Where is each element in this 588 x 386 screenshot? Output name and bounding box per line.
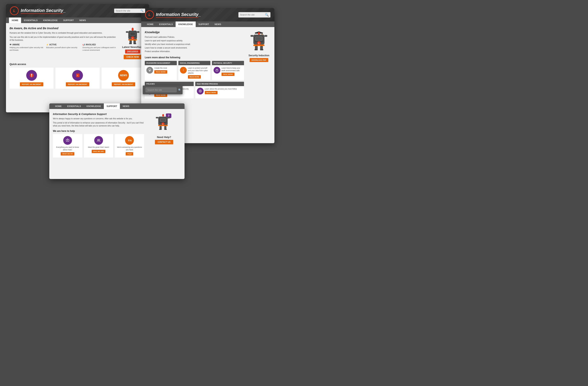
support-main-content: Information Security & Compliance Suppor… (49, 109, 185, 161)
k-card-header-physical: PHYSICAL SECURITY (212, 61, 244, 65)
home-left-content: Be Aware, Be Active and Be Involved Huma… (10, 27, 117, 59)
search-overlay-input[interactable] (146, 87, 177, 92)
quick-access-title: Quick access (10, 63, 146, 66)
knowledge-heading: Knowledge (145, 31, 244, 34)
nav-s-essentials[interactable]: ESSENTIALS (64, 103, 84, 109)
report-incident-btn-2[interactable]: REPORT AN INCIDENT (66, 82, 89, 86)
nav-k-news[interactable]: NEWS (212, 21, 224, 27)
who-we-are-icon (94, 136, 103, 145)
password-read-more-btn[interactable]: READ MORE (154, 70, 167, 74)
search-box-home[interactable]: 🔍 (114, 9, 145, 13)
isc-read-more-btn[interactable]: READ MORE (205, 91, 218, 94)
svg-rect-12 (126, 31, 128, 33)
check-now-button[interactable]: CHECK NOW (124, 55, 142, 59)
pillars-row: 👁 AWARE Helping you understand cyber sec… (10, 43, 117, 51)
support-heading: Information Security & Compliance Suppor… (53, 112, 144, 116)
svg-rect-69 (164, 129, 167, 130)
quick-access-section: Quick access REPORT AN INCIDENT L (6, 60, 149, 91)
header-knowledge: L Information Security_ 🔍 (141, 8, 274, 21)
what-we-do-icon (63, 136, 72, 145)
support-text1: We're always happy to answer any questio… (53, 117, 144, 120)
k-list-item: Protect sensitive information. (145, 50, 244, 53)
k-row-1: PASSWORD MANAGEMENT Create the most RE (145, 61, 244, 80)
logo-icon-k: L (145, 10, 154, 19)
knowledge-subheading: Learn more about the following (145, 56, 244, 59)
physical-read-more-btn[interactable]: READ MORE (222, 73, 234, 76)
svg-rect-43 (253, 44, 264, 46)
need-help-title: Need Help? (157, 136, 171, 139)
pillar-active-text: Education yourself about cyber security (46, 46, 80, 49)
nav-item-essentials[interactable]: ESSENTIALS (21, 18, 40, 23)
k-card-isc: IS&C REVIEW PROCESS (195, 82, 244, 98)
svg-point-51 (67, 140, 68, 141)
report-incident-btn-1[interactable]: REPORT AN INCIDENT (20, 82, 43, 86)
nav-k-knowledge[interactable]: KNOWLEDGE (176, 21, 196, 27)
k-list-item: Identify when you have received a suspic… (145, 43, 244, 46)
security-induction-title: Security Induction (249, 54, 270, 57)
pillar-aware-text: Helping you understand cyber security ri… (10, 46, 44, 51)
robot-illustration-knowledge: L (249, 31, 269, 52)
s-card-text-who: Meet the great IS&C team! (88, 146, 109, 149)
pillar-active-title: ⚡ ACTIVE (46, 43, 80, 46)
knowledge-robot-panel: L Security Induction DOWNLOAD PDF (247, 31, 271, 98)
k-card-text-physical: Learn how to keep your work environment … (222, 67, 242, 72)
faqs-button[interactable]: FAQs (126, 152, 133, 155)
nav-item-knowledge[interactable]: KNOWLEDGE (40, 18, 61, 23)
k-card-body-physical: Learn how to keep your work environment … (212, 65, 244, 78)
s-card-what-we-do: Everything you want to know about IS&C W… (53, 134, 82, 157)
nav-k-essentials[interactable]: ESSENTIALS (156, 21, 176, 27)
k-card-header-password: PASSWORD MANAGEMENT (145, 61, 177, 65)
pillar-involved-title: 📢 INVOLVED (83, 43, 117, 46)
window-home: L Information Security_ 🔍 HOME ESSENTIAL… (6, 4, 149, 112)
k-list-item: Learn how to create a secure work enviro… (145, 46, 244, 50)
pillar-active: ⚡ ACTIVE Education yourself about cyber … (46, 43, 80, 51)
download-pdf-button[interactable]: DOWNLOAD PDF (250, 58, 269, 62)
k-card-body-social: ! Learn to protect yourself and your dat… (178, 65, 210, 80)
nav-s-knowledge[interactable]: KNOWLEDGE (84, 103, 104, 109)
eye-icon: 👁 (10, 43, 12, 46)
nav-item-home[interactable]: HOME (9, 18, 21, 23)
svg-point-27 (200, 91, 201, 91)
nav-s-home[interactable]: HOME (52, 103, 64, 109)
nav-k-home[interactable]: HOME (144, 21, 156, 27)
pillar-involved: 📢 INVOLVED Ensuring you and your colleag… (83, 43, 117, 51)
svg-point-16 (31, 76, 32, 77)
search-overlay-icon: 🔍 (178, 88, 181, 91)
qa-card-2: L REPORT AN INCIDENT (56, 68, 99, 89)
svg-rect-21 (216, 70, 218, 71)
support-cards-row: Everything you want to know about IS&C W… (53, 134, 144, 157)
search-overlay[interactable]: 🔍 (143, 86, 183, 94)
nav-k-support[interactable]: SUPPORT (196, 21, 212, 27)
search-input-home[interactable] (116, 10, 140, 12)
nav-s-support[interactable]: SUPPORT (104, 103, 120, 109)
nav-s-news[interactable]: NEWS (120, 103, 132, 109)
svg-text:L: L (77, 74, 78, 76)
svg-text:L: L (258, 42, 260, 44)
svg-rect-49 (264, 35, 267, 37)
report-incident-btn-3[interactable]: REPORT AN INCIDENT (112, 82, 135, 86)
qa-cards-row: REPORT AN INCIDENT L REPORT AN INCIDENT … (10, 68, 146, 89)
social-icon: ! (180, 67, 187, 74)
robot-illustration-home: L (125, 28, 141, 45)
search-box-k[interactable]: 🔍 (238, 12, 271, 18)
knowledge-list: Find and read Ladbrokes Policies. Learn … (145, 35, 244, 53)
physical-icon (213, 67, 220, 74)
contact-us-button[interactable]: CONTACT US (155, 140, 173, 144)
svg-rect-9 (133, 40, 136, 43)
nav-item-news[interactable]: NEWS (77, 18, 89, 23)
s-card-text-what: Everything you want to know about IS&C (55, 146, 80, 151)
nav-item-support[interactable]: SUPPORT (61, 18, 77, 23)
pillar-aware: 👁 AWARE Helping you understand cyber sec… (10, 43, 44, 51)
svg-rect-44 (255, 46, 258, 49)
svg-rect-68 (159, 129, 162, 130)
who-we-are-button[interactable]: WHO WE ARE (92, 150, 105, 153)
social-read-more-btn[interactable]: READ MORE (188, 75, 201, 79)
search-icon: 🔍 (141, 9, 144, 12)
k-card-text-password: Create the most (154, 67, 175, 69)
k-card-header-isc: IS&C REVIEW PROCESS (195, 82, 244, 86)
svg-rect-70 (156, 117, 158, 118)
pillar-aware-title: 👁 AWARE (10, 43, 44, 46)
search-input-k[interactable] (240, 14, 264, 16)
what-we-do-button[interactable]: WHAT WE DO (61, 152, 74, 155)
robot-illustration-support: ? L (154, 112, 174, 134)
